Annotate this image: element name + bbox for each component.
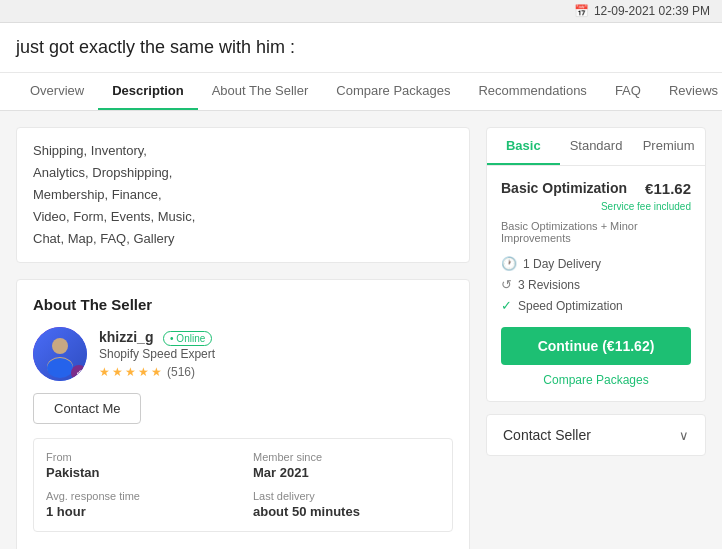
revisions-text: 3 Revisions	[518, 278, 580, 292]
star-4: ★	[138, 365, 149, 379]
notification-bar: just got exactly the same with him :	[0, 23, 722, 73]
tab-recommendations[interactable]: Recommendations	[464, 73, 600, 110]
about-seller-title: About The Seller	[33, 296, 453, 313]
online-badge: • Online	[163, 331, 212, 346]
stat-delivery-value: about 50 minutes	[253, 504, 440, 519]
continue-button[interactable]: Continue (€11.62)	[501, 327, 691, 365]
seller-profile: ✓ khizzi_g • Online Shopify Speed Expert…	[33, 327, 453, 381]
stat-member-since: Member since Mar 2021	[253, 451, 440, 480]
stat-delivery-label: Last delivery	[253, 490, 440, 502]
star-3: ★	[125, 365, 136, 379]
star-2: ★	[112, 365, 123, 379]
pricing-details: 🕐 1 Day Delivery ↺ 3 Revisions ✓ Speed O…	[501, 256, 691, 313]
seller-stars: ★ ★ ★ ★ ★ (516)	[99, 365, 215, 379]
pricing-body: Basic Optimization €11.62 Service fee in…	[487, 166, 705, 401]
pricing-tab-standard[interactable]: Standard	[560, 128, 633, 165]
pricing-tab-premium[interactable]: Premium	[632, 128, 705, 165]
pricing-card: Basic Standard Premium Basic Optimizatio…	[486, 127, 706, 402]
seller-title: Shopify Speed Expert	[99, 347, 215, 361]
pricing-tabs: Basic Standard Premium	[487, 128, 705, 166]
right-panel: Basic Standard Premium Basic Optimizatio…	[486, 127, 706, 549]
contact-seller-card[interactable]: Contact Seller ∨	[486, 414, 706, 456]
main-content: Shipping, Inventory,Analytics, Dropshipp…	[0, 111, 722, 549]
top-bar: 📅 12-09-2021 02:39 PM	[0, 0, 722, 23]
stat-response-value: 1 hour	[46, 504, 233, 519]
seller-name-row: khizzi_g • Online	[99, 329, 215, 345]
clock-icon: 🕐	[501, 256, 517, 271]
pricing-detail-speed: ✓ Speed Optimization	[501, 298, 691, 313]
contact-seller-label: Contact Seller	[503, 427, 591, 443]
stat-from-value: Pakistan	[46, 465, 233, 480]
stat-response-label: Avg. response time	[46, 490, 233, 502]
speed-text: Speed Optimization	[518, 299, 623, 313]
check-icon: ✓	[501, 298, 512, 313]
seller-badge: ✓	[71, 365, 87, 381]
contact-me-button[interactable]: Contact Me	[33, 393, 141, 424]
tab-description[interactable]: Description	[98, 73, 198, 110]
services-text: Shipping, Inventory,Analytics, Dropshipp…	[33, 143, 195, 246]
pricing-package-name: Basic Optimization	[501, 180, 627, 196]
refresh-icon: ↺	[501, 277, 512, 292]
pricing-tab-basic[interactable]: Basic	[487, 128, 560, 165]
about-seller-section: About The Seller	[16, 279, 470, 549]
compare-packages-link[interactable]: Compare Packages	[501, 373, 691, 387]
review-count: (516)	[167, 365, 195, 379]
nav-tabs: Overview Description About The Seller Co…	[0, 73, 722, 111]
svg-point-1	[52, 338, 68, 354]
pricing-description: Basic Optimizations + Minor Improvements	[501, 220, 691, 244]
pricing-header: Basic Optimization €11.62	[501, 180, 691, 197]
tab-faq[interactable]: FAQ	[601, 73, 655, 110]
stat-from-label: From	[46, 451, 233, 463]
chevron-down-icon: ∨	[679, 428, 689, 443]
seller-stats: From Pakistan Member since Mar 2021 Avg.…	[33, 438, 453, 532]
services-list: Shipping, Inventory,Analytics, Dropshipp…	[16, 127, 470, 263]
tab-reviews[interactable]: Reviews	[655, 73, 722, 110]
pricing-detail-revisions: ↺ 3 Revisions	[501, 277, 691, 292]
service-fee-label: Service fee included	[501, 201, 691, 212]
tab-compare-packages[interactable]: Compare Packages	[322, 73, 464, 110]
svg-point-3	[47, 358, 73, 378]
delivery-text: 1 Day Delivery	[523, 257, 601, 271]
avatar: ✓	[33, 327, 87, 381]
stat-member-label: Member since	[253, 451, 440, 463]
stat-from: From Pakistan	[46, 451, 233, 480]
star-1: ★	[99, 365, 110, 379]
stat-response-time: Avg. response time 1 hour	[46, 490, 233, 519]
calendar-icon: 📅	[574, 4, 589, 18]
datetime-display: 12-09-2021 02:39 PM	[594, 4, 710, 18]
tab-overview[interactable]: Overview	[16, 73, 98, 110]
seller-info: khizzi_g • Online Shopify Speed Expert ★…	[99, 329, 215, 379]
left-panel: Shipping, Inventory,Analytics, Dropshipp…	[16, 127, 470, 549]
tab-about-seller[interactable]: About The Seller	[198, 73, 323, 110]
star-5: ★	[151, 365, 162, 379]
seller-name: khizzi_g	[99, 329, 153, 345]
stat-last-delivery: Last delivery about 50 minutes	[253, 490, 440, 519]
pricing-amount: €11.62	[645, 180, 691, 197]
notification-text: just got exactly the same with him :	[16, 37, 295, 57]
stat-member-value: Mar 2021	[253, 465, 440, 480]
pricing-detail-delivery: 🕐 1 Day Delivery	[501, 256, 691, 271]
